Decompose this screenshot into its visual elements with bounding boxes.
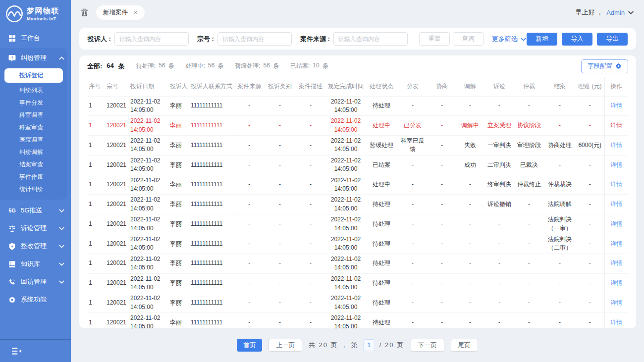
cell-操作: 详情 xyxy=(604,155,628,175)
cell-投诉类别: - xyxy=(265,273,295,293)
chevron-down-icon xyxy=(59,280,64,284)
cell-协商: - xyxy=(428,234,456,254)
sidebar-collapse-bar[interactable] xyxy=(0,339,71,362)
grid-icon xyxy=(8,35,16,42)
sidebar-subitem-9[interactable]: 统计纠纷 xyxy=(0,183,67,196)
cell-投诉日期: 2022-11-02 14:05:00 xyxy=(129,116,168,136)
cell-宗号: 120021 xyxy=(105,313,129,328)
field-config-button[interactable]: 字段配置 xyxy=(581,59,628,73)
cell-宗号: 120021 xyxy=(105,175,129,195)
sidebar-item-bottom-2[interactable]: 整改管理 xyxy=(0,237,71,255)
cell-投诉日期: 2022-11-02 14:05:00 xyxy=(129,293,168,313)
sidebar-subitem-5[interactable]: 医院调查 xyxy=(0,134,67,146)
cell-诉讼: - xyxy=(484,273,514,293)
detail-link[interactable]: 详情 xyxy=(610,181,622,188)
next-page-button[interactable]: 下一页 xyxy=(411,339,444,352)
cell-案件来源: - xyxy=(234,293,265,313)
sidebar-subitem-8[interactable]: 事件作废 xyxy=(0,171,67,183)
filter-field-label: 投诉人 : xyxy=(88,35,111,44)
sidebar-item-bottom-1[interactable]: 诉讼管理 xyxy=(0,219,71,237)
detail-link[interactable]: 详情 xyxy=(610,201,622,207)
detail-link[interactable]: 详情 xyxy=(610,102,622,109)
last-page-button[interactable]: 尾页 xyxy=(451,339,478,352)
detail-link[interactable]: 详情 xyxy=(610,161,622,168)
cell-宗号: 120021 xyxy=(105,293,129,313)
filter-input-1[interactable] xyxy=(217,32,292,46)
action-button-1[interactable]: 导入 xyxy=(562,33,592,46)
cell-协商: - xyxy=(428,195,456,214)
cell-序号: 1 xyxy=(87,293,105,313)
table-row: 11200212022-11-02 14:05:00李丽11111111111-… xyxy=(87,155,628,175)
sidebar-item-bottom-4[interactable]: 回访管理 xyxy=(0,273,71,291)
summary-item-0: 全部:64条 xyxy=(87,62,125,71)
complaints-table: 序号宗号投诉日期投诉人投诉人联系方式案件来源投诉类别案件描述规定完成时间处理状态… xyxy=(87,77,628,328)
prev-page-button[interactable]: 上一页 xyxy=(268,339,302,352)
detail-link[interactable]: 详情 xyxy=(610,240,622,247)
sidebar-subitem-4[interactable]: 科室审查 xyxy=(0,121,67,134)
user-chevron-down-icon[interactable] xyxy=(628,11,634,14)
reset-button[interactable]: 重置 xyxy=(419,32,450,46)
summary-label: 已结案: xyxy=(290,62,310,70)
cell-分发: - xyxy=(397,155,428,175)
detail-link[interactable]: 详情 xyxy=(610,142,622,149)
cell-调解: - xyxy=(456,293,484,313)
cell-宗号: 120021 xyxy=(105,234,129,254)
cell-投诉日期: 2022-11-02 14:05:00 xyxy=(129,175,168,195)
table-row: 11200212022-11-02 14:05:00李丽11111111111-… xyxy=(87,214,628,234)
search-button[interactable]: 查询 xyxy=(453,32,483,46)
cell-操作: 详情 xyxy=(604,96,628,116)
dispute-icon xyxy=(8,54,16,62)
current-page-box[interactable]: 1 xyxy=(363,339,375,351)
tab-new-case[interactable]: 新增案件 ✕ xyxy=(96,5,145,20)
sidebar-item-bottom-0[interactable]: 5G5G推送 xyxy=(0,202,71,219)
cell-仲裁: 审理阶段 xyxy=(514,136,544,155)
table-header-row: 序号宗号投诉日期投诉人投诉人联系方式案件来源投诉类别案件描述规定完成时间处理状态… xyxy=(87,77,628,96)
cell-诉讼: 二审判决 xyxy=(484,155,514,175)
detail-link[interactable]: 详情 xyxy=(610,279,622,286)
cell-规定完成时间: 2022-11-02 14:05:00 xyxy=(326,155,366,175)
more-filters-link[interactable]: 更多筛选 xyxy=(492,35,526,44)
cell-案件来源: - xyxy=(234,254,265,273)
sidebar-subitem-7[interactable]: 结案审查 xyxy=(0,158,67,171)
tab-close-icon[interactable]: ✕ xyxy=(133,10,138,15)
cell-调解: - xyxy=(456,195,484,214)
cell-案件来源: - xyxy=(234,155,265,175)
detail-link[interactable]: 详情 xyxy=(610,299,622,306)
sidebar-subitem-1[interactable]: 纠纷列表 xyxy=(0,84,67,97)
field-config-label: 字段配置 xyxy=(588,62,612,70)
cell-操作: 详情 xyxy=(604,313,628,328)
page-info: 共 20 页 ， 第 1 / 20 页 xyxy=(309,339,404,351)
chevron-down-icon xyxy=(59,209,64,212)
detail-link[interactable]: 详情 xyxy=(610,259,622,266)
cell-操作: 详情 xyxy=(604,234,628,254)
sidebar-subitem-0[interactable]: 投诉登记 xyxy=(4,68,63,83)
cell-处理状态: 暂缓处理 xyxy=(366,136,397,155)
column-header-1: 宗号 xyxy=(105,77,129,96)
action-button-0[interactable]: 新增 xyxy=(527,33,557,46)
chevron-down-icon xyxy=(59,262,64,266)
username[interactable]: Admin xyxy=(606,9,625,16)
sidebar-item-bottom-5[interactable]: 系统功能 xyxy=(0,291,71,309)
table-row: 11200212022-11-02 14:05:00李丽11111111111-… xyxy=(87,254,628,273)
detail-link[interactable]: 详情 xyxy=(610,122,622,129)
detail-link[interactable]: 详情 xyxy=(610,319,622,326)
detail-link[interactable]: 详情 xyxy=(610,220,622,227)
action-button-2[interactable]: 导出 xyxy=(597,33,628,46)
sidebar-subitem-3[interactable]: 科室调查 xyxy=(0,109,67,121)
sidebar-item-top-0[interactable]: 工作台 xyxy=(0,29,71,47)
sidebar-subitem-2[interactable]: 事件分发 xyxy=(0,97,67,109)
filter-input-0[interactable] xyxy=(114,32,189,46)
first-page-button[interactable]: 首页 xyxy=(237,339,262,352)
sidebar-item-bottom-3[interactable]: 知识库 xyxy=(0,255,71,273)
cell-案件描述: - xyxy=(295,313,326,328)
column-header-4: 投诉人联系方式 xyxy=(189,77,234,96)
sidebar-item-group-dispute[interactable]: 纠纷管理 xyxy=(0,49,67,67)
cell-序号: 1 xyxy=(87,313,105,328)
filter-input-2[interactable] xyxy=(333,32,408,46)
column-header-11: 协商 xyxy=(428,77,456,96)
sidebar-subitem-6[interactable]: 纠纷调解 xyxy=(0,146,67,158)
trash-icon[interactable] xyxy=(80,8,89,17)
cell-调解: - xyxy=(456,214,484,234)
column-header-0: 序号 xyxy=(87,77,105,96)
column-header-2: 投诉日期 xyxy=(129,77,168,96)
